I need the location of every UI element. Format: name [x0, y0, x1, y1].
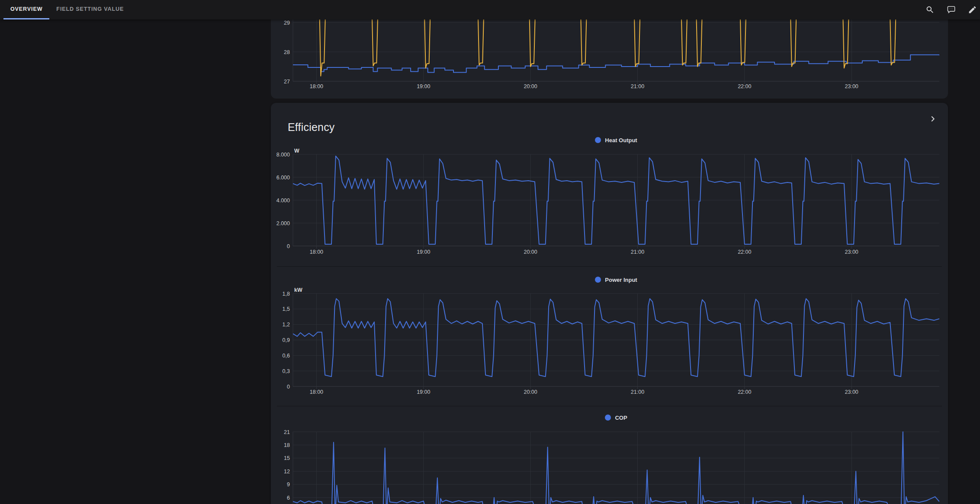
- series-temperature-blue: [293, 55, 939, 73]
- svg-text:20:00: 20:00: [524, 389, 537, 395]
- svg-text:22:00: 22:00: [738, 389, 751, 395]
- svg-text:21:00: 21:00: [631, 249, 644, 255]
- svg-text:19:00: 19:00: [417, 249, 430, 255]
- efficiency-card: Efficiency Heat Output 8.0006.0004.0002.…: [271, 103, 948, 504]
- search-button[interactable]: [922, 2, 938, 18]
- svg-text:18:00: 18:00: [310, 389, 323, 395]
- svg-text:1,5: 1,5: [283, 306, 290, 312]
- svg-text:W: W: [294, 148, 299, 154]
- tab-field-setting-value[interactable]: FIELD SETTING VALUE: [49, 0, 131, 19]
- svg-text:0,6: 0,6: [283, 353, 290, 359]
- svg-text:23:00: 23:00: [845, 83, 858, 89]
- legend-cop[interactable]: COP: [293, 414, 939, 421]
- legend-power-input[interactable]: Power Input: [293, 276, 939, 283]
- heat-output-chart[interactable]: 8.0006.0004.0002.000018:0019:0020:0021:0…: [271, 146, 948, 259]
- section-divider: [277, 406, 942, 406]
- series-temperature-orange: [293, 19, 939, 76]
- svg-text:18: 18: [284, 442, 290, 448]
- svg-text:21:00: 21:00: [631, 83, 644, 89]
- legend-dot-icon: [595, 277, 601, 283]
- svg-text:19:00: 19:00: [417, 83, 430, 89]
- svg-text:6.000: 6.000: [276, 175, 290, 181]
- series-power-input-kw: [293, 299, 939, 376]
- svg-text:22:00: 22:00: [738, 83, 751, 89]
- dashboard-page: { "topbar": { "tabs": [ {"label": "OVERV…: [0, 0, 980, 504]
- svg-text:0,9: 0,9: [283, 337, 290, 343]
- svg-text:23:00: 23:00: [845, 249, 858, 255]
- svg-text:0,3: 0,3: [283, 368, 290, 374]
- legend-heat-output[interactable]: Heat Output: [293, 137, 939, 144]
- svg-text:19:00: 19:00: [417, 389, 430, 395]
- svg-text:kW: kW: [294, 287, 302, 293]
- svg-text:18:00: 18:00: [310, 83, 323, 89]
- svg-text:8.000: 8.000: [276, 152, 290, 158]
- section-divider: [277, 266, 942, 267]
- svg-text:1,2: 1,2: [283, 322, 290, 328]
- header-actions: [922, 0, 980, 19]
- svg-text:21: 21: [284, 429, 290, 435]
- series-cop-ratio: [293, 432, 939, 504]
- svg-text:15: 15: [284, 455, 290, 461]
- svg-text:9: 9: [287, 482, 290, 488]
- search-icon: [925, 5, 935, 14]
- legend-dot-icon: [605, 415, 611, 421]
- svg-text:27: 27: [284, 79, 290, 85]
- svg-text:21:00: 21:00: [631, 389, 644, 395]
- svg-text:0: 0: [287, 384, 290, 390]
- legend-label: Power Input: [605, 277, 637, 283]
- card-expand-button[interactable]: [926, 113, 939, 126]
- chevron-right-icon: [928, 114, 938, 125]
- temperature-chart-card: 29282718:0019:0020:0021:0022:0023:00: [271, 19, 948, 99]
- svg-text:22:00: 22:00: [738, 249, 751, 255]
- edit-button[interactable]: [964, 2, 980, 18]
- legend-label: COP: [615, 415, 627, 421]
- legend-dot-icon: [595, 137, 601, 143]
- svg-text:29: 29: [284, 20, 290, 26]
- svg-text:23:00: 23:00: [845, 389, 858, 395]
- app-header: OVERVIEW FIELD SETTING VALUE: [0, 0, 980, 19]
- legend-label: Heat Output: [605, 137, 637, 144]
- card-title: Efficiency: [288, 121, 335, 134]
- svg-text:18:00: 18:00: [310, 249, 323, 255]
- tab-overview[interactable]: OVERVIEW: [3, 0, 49, 19]
- comments-button[interactable]: [943, 2, 959, 18]
- svg-text:20:00: 20:00: [524, 249, 537, 255]
- power-input-chart[interactable]: 1,81,51,20,90,60,3018:0019:0020:0021:002…: [271, 285, 948, 396]
- svg-text:4.000: 4.000: [276, 198, 290, 204]
- svg-text:1,8: 1,8: [283, 291, 290, 297]
- svg-text:2.000: 2.000: [276, 220, 290, 226]
- cop-chart[interactable]: 211815129618:0019:0020:0021:0022:0023:00: [271, 426, 948, 504]
- svg-text:28: 28: [284, 49, 290, 55]
- comments-icon: [947, 5, 956, 14]
- svg-text:20:00: 20:00: [524, 83, 537, 89]
- svg-text:6: 6: [287, 495, 290, 501]
- svg-text:12: 12: [284, 469, 290, 475]
- temperature-chart[interactable]: 29282718:0019:0020:0021:0022:0023:00: [271, 19, 948, 93]
- svg-text:0: 0: [287, 243, 290, 249]
- tab-bar: OVERVIEW FIELD SETTING VALUE: [0, 0, 131, 19]
- edit-pencil-icon: [968, 5, 977, 14]
